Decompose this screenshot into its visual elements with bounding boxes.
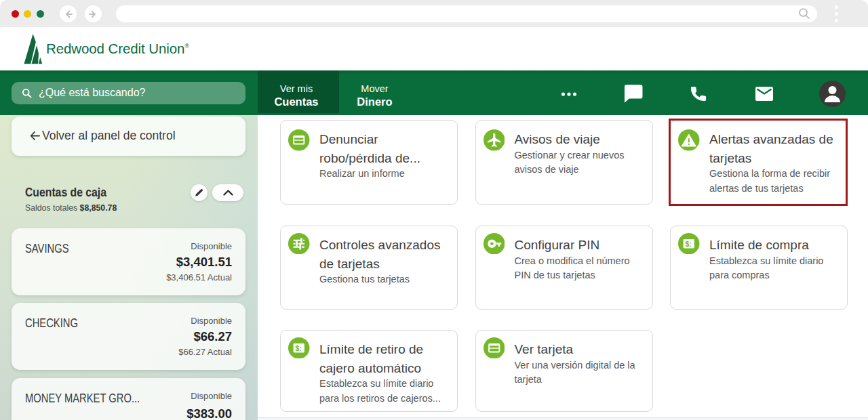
svg-text:$:: $:	[686, 239, 692, 247]
svg-text:$:: $:	[296, 343, 302, 352]
